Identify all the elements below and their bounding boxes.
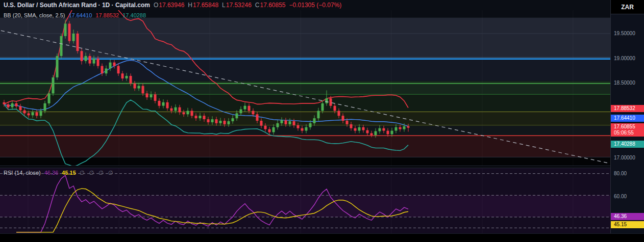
open-value: O17.63946 [154,2,184,9]
rsi-value-badge: 46.36 [611,213,644,220]
rsi-scale-label-60: 60.00 [611,193,644,200]
rsi-legend: RSI (14, close) 46.36 45.15 ∅ ∅ ∅ ∅ [4,170,114,176]
bar-countdown: 05:06:55 [614,130,643,136]
high-value: H17.65848 [188,2,218,9]
tradingview-chart-window: U.S. Dollar / South African Rand · 1D · … [0,0,644,242]
rsi-indicator-chart[interactable] [0,168,610,233]
time-axis[interactable] [0,233,644,242]
bb-legend: BB (20, SMA, close, 2.5) 17.64410 17.885… [4,12,146,18]
rsi-ma-badge: 45.15 [611,221,644,228]
last-price-countdown-badge: 17.6085505:06:55 [611,123,644,137]
currency-button[interactable]: ZAR [611,0,644,14]
rsi-value: 46.36 [44,170,59,176]
bb-middle-value: 17.64410 [68,12,92,18]
rsi-empty-slots: ∅ ∅ ∅ ∅ [80,170,115,176]
symbol-title[interactable]: U.S. Dollar / South African Rand · 1D · … [4,2,150,9]
rsi-ma-value: 45.15 [62,170,76,176]
chart-pane-container: U.S. Dollar / South African Rand · 1D · … [0,0,610,233]
main-price-chart[interactable] [0,10,610,166]
close-value: C17.60855 [255,2,286,9]
main-legend: U.S. Dollar / South African Rand · 1D · … [4,2,341,9]
bb-upper-price-badge: 17.88532 [611,105,644,112]
price-label-19-00: 19.00000 [611,55,644,62]
pane-separator[interactable] [0,166,610,168]
price-label-19-50: 19.50000 [611,30,644,37]
bb-middle-price-badge: 17.64410 [611,115,644,122]
rsi-scale-label-80: 80.00 [611,170,644,177]
bb-indicator-title[interactable]: BB (20, SMA, close, 2.5) [4,12,65,18]
change-value: −0.01305 (−0.07%) [289,2,342,9]
bb-lower-price-badge: 17.40288 [611,141,644,148]
price-label-17-00: 17.00000 [611,154,644,162]
price-scale[interactable]: ZAR 19.5000019.0000018.5000017.8853217.6… [610,0,644,233]
rsi-indicator-title[interactable]: RSI (14, close) [4,170,41,176]
price-label-18-50: 18.50000 [611,79,644,87]
bb-upper-value: 17.88532 [95,12,119,18]
low-value: L17.53246 [222,2,252,9]
bb-lower-value: 17.40288 [122,12,146,18]
